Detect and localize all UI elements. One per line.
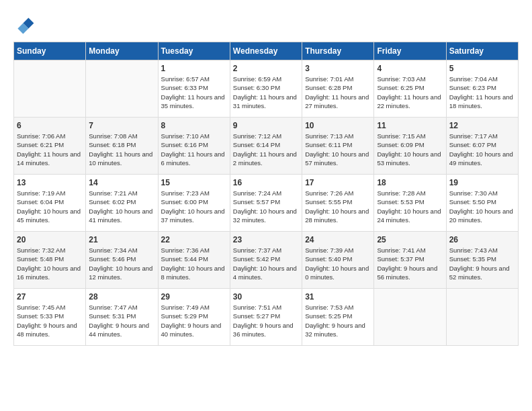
weekday-header: Friday [374,42,446,60]
calendar-cell: 1Sunrise: 6:57 AMSunset: 6:33 PMDaylight… [158,60,230,118]
calendar-cell: 15Sunrise: 7:23 AMSunset: 6:00 PMDayligh… [158,175,230,232]
day-number: 9 [233,121,299,130]
calendar-cell: 30Sunrise: 7:51 AMSunset: 5:27 PMDayligh… [230,289,302,346]
day-number: 28 [89,292,154,302]
calendar-week-row: 20Sunrise: 7:32 AMSunset: 5:48 PMDayligh… [14,232,519,289]
day-info: Sunrise: 7:51 AMSunset: 5:27 PMDaylight:… [233,303,299,338]
day-info: Sunrise: 7:47 AMSunset: 5:31 PMDaylight:… [89,303,154,338]
calendar-cell: 20Sunrise: 7:32 AMSunset: 5:48 PMDayligh… [14,232,86,289]
calendar-week-row: 1Sunrise: 6:57 AMSunset: 6:33 PMDaylight… [14,60,519,118]
day-number: 1 [161,64,227,73]
day-number: 5 [449,64,515,73]
calendar-cell [86,60,158,118]
day-info: Sunrise: 7:10 AMSunset: 6:16 PMDaylight:… [161,132,227,167]
weekday-header-row: SundayMondayTuesdayWednesdayThursdayFrid… [14,42,519,60]
logo-icon [13,13,35,35]
day-number: 12 [449,121,515,130]
calendar-cell [446,289,518,346]
day-info: Sunrise: 6:59 AMSunset: 6:30 PMDaylight:… [233,75,299,110]
day-number: 27 [17,292,83,302]
day-number: 14 [89,178,154,187]
calendar-cell [14,60,86,118]
day-number: 11 [377,121,443,130]
day-info: Sunrise: 7:23 AMSunset: 6:00 PMDaylight:… [161,189,227,224]
day-info: Sunrise: 7:41 AMSunset: 5:37 PMDaylight:… [377,246,443,281]
day-number: 6 [17,121,83,130]
calendar-cell: 14Sunrise: 7:21 AMSunset: 6:02 PMDayligh… [86,175,158,232]
day-number: 29 [161,292,227,302]
day-number: 20 [17,235,83,244]
page-header [13,13,519,35]
day-number: 18 [377,178,443,187]
day-number: 8 [161,121,227,130]
day-number: 16 [233,178,299,187]
day-number: 21 [89,235,154,244]
day-info: Sunrise: 7:43 AMSunset: 5:35 PMDaylight:… [449,246,515,281]
calendar-cell: 3Sunrise: 7:01 AMSunset: 6:28 PMDaylight… [302,60,374,118]
calendar-cell: 9Sunrise: 7:12 AMSunset: 6:14 PMDaylight… [230,118,302,175]
day-number: 2 [233,64,299,73]
calendar-week-row: 13Sunrise: 7:19 AMSunset: 6:04 PMDayligh… [14,175,519,232]
calendar-cell: 10Sunrise: 7:13 AMSunset: 6:11 PMDayligh… [302,118,374,175]
calendar-cell: 17Sunrise: 7:26 AMSunset: 5:55 PMDayligh… [302,175,374,232]
calendar-cell: 24Sunrise: 7:39 AMSunset: 5:40 PMDayligh… [302,232,374,289]
day-info: Sunrise: 7:06 AMSunset: 6:21 PMDaylight:… [17,132,83,167]
day-number: 7 [89,121,154,130]
day-number: 24 [305,235,371,244]
day-info: Sunrise: 7:32 AMSunset: 5:48 PMDaylight:… [17,246,83,281]
day-info: Sunrise: 7:19 AMSunset: 6:04 PMDaylight:… [17,189,83,224]
calendar-cell: 31Sunrise: 7:53 AMSunset: 5:25 PMDayligh… [302,289,374,346]
calendar-cell: 12Sunrise: 7:17 AMSunset: 6:07 PMDayligh… [446,118,518,175]
weekday-header: Monday [86,42,158,60]
day-number: 4 [377,64,443,73]
day-info: Sunrise: 7:12 AMSunset: 6:14 PMDaylight:… [233,132,299,167]
day-info: Sunrise: 7:39 AMSunset: 5:40 PMDaylight:… [305,246,371,281]
calendar-cell: 11Sunrise: 7:15 AMSunset: 6:09 PMDayligh… [374,118,446,175]
day-number: 15 [161,178,227,187]
day-number: 17 [305,178,371,187]
calendar-table: SundayMondayTuesdayWednesdayThursdayFrid… [13,42,519,346]
day-info: Sunrise: 7:21 AMSunset: 6:02 PMDaylight:… [89,189,154,224]
day-info: Sunrise: 7:37 AMSunset: 5:42 PMDaylight:… [233,246,299,281]
day-info: Sunrise: 7:34 AMSunset: 5:46 PMDaylight:… [89,246,154,281]
weekday-header: Tuesday [158,42,230,60]
day-info: Sunrise: 7:28 AMSunset: 5:53 PMDaylight:… [377,189,443,224]
day-info: Sunrise: 7:13 AMSunset: 6:11 PMDaylight:… [305,132,371,167]
calendar-cell: 4Sunrise: 7:03 AMSunset: 6:25 PMDaylight… [374,60,446,118]
weekday-header: Thursday [302,42,374,60]
day-number: 19 [449,178,515,187]
calendar-cell: 27Sunrise: 7:45 AMSunset: 5:33 PMDayligh… [14,289,86,346]
calendar-cell: 18Sunrise: 7:28 AMSunset: 5:53 PMDayligh… [374,175,446,232]
calendar-cell: 16Sunrise: 7:24 AMSunset: 5:57 PMDayligh… [230,175,302,232]
day-info: Sunrise: 7:49 AMSunset: 5:29 PMDaylight:… [161,303,227,338]
day-number: 30 [233,292,299,302]
day-number: 25 [377,235,443,244]
day-info: Sunrise: 6:57 AMSunset: 6:33 PMDaylight:… [161,75,227,110]
calendar-week-row: 6Sunrise: 7:06 AMSunset: 6:21 PMDaylight… [14,118,519,175]
logo [13,13,38,35]
day-info: Sunrise: 7:53 AMSunset: 5:25 PMDaylight:… [305,303,371,338]
calendar-cell [374,289,446,346]
day-info: Sunrise: 7:15 AMSunset: 6:09 PMDaylight:… [377,132,443,167]
calendar-cell: 6Sunrise: 7:06 AMSunset: 6:21 PMDaylight… [14,118,86,175]
day-number: 10 [305,121,371,130]
calendar-cell: 2Sunrise: 6:59 AMSunset: 6:30 PMDaylight… [230,60,302,118]
day-info: Sunrise: 7:08 AMSunset: 6:18 PMDaylight:… [89,132,154,167]
day-number: 3 [305,64,371,73]
calendar-cell: 8Sunrise: 7:10 AMSunset: 6:16 PMDaylight… [158,118,230,175]
calendar-cell: 26Sunrise: 7:43 AMSunset: 5:35 PMDayligh… [446,232,518,289]
calendar-cell: 21Sunrise: 7:34 AMSunset: 5:46 PMDayligh… [86,232,158,289]
weekday-header: Wednesday [230,42,302,60]
day-info: Sunrise: 7:04 AMSunset: 6:23 PMDaylight:… [449,75,515,110]
calendar-cell: 5Sunrise: 7:04 AMSunset: 6:23 PMDaylight… [446,60,518,118]
day-info: Sunrise: 7:45 AMSunset: 5:33 PMDaylight:… [17,303,83,338]
calendar-cell: 29Sunrise: 7:49 AMSunset: 5:29 PMDayligh… [158,289,230,346]
calendar-cell: 19Sunrise: 7:30 AMSunset: 5:50 PMDayligh… [446,175,518,232]
calendar-cell: 22Sunrise: 7:36 AMSunset: 5:44 PMDayligh… [158,232,230,289]
calendar-week-row: 27Sunrise: 7:45 AMSunset: 5:33 PMDayligh… [14,289,519,346]
day-info: Sunrise: 7:03 AMSunset: 6:25 PMDaylight:… [377,75,443,110]
weekday-header: Saturday [446,42,518,60]
day-info: Sunrise: 7:24 AMSunset: 5:57 PMDaylight:… [233,189,299,224]
calendar-cell: 13Sunrise: 7:19 AMSunset: 6:04 PMDayligh… [14,175,86,232]
calendar-cell: 25Sunrise: 7:41 AMSunset: 5:37 PMDayligh… [374,232,446,289]
